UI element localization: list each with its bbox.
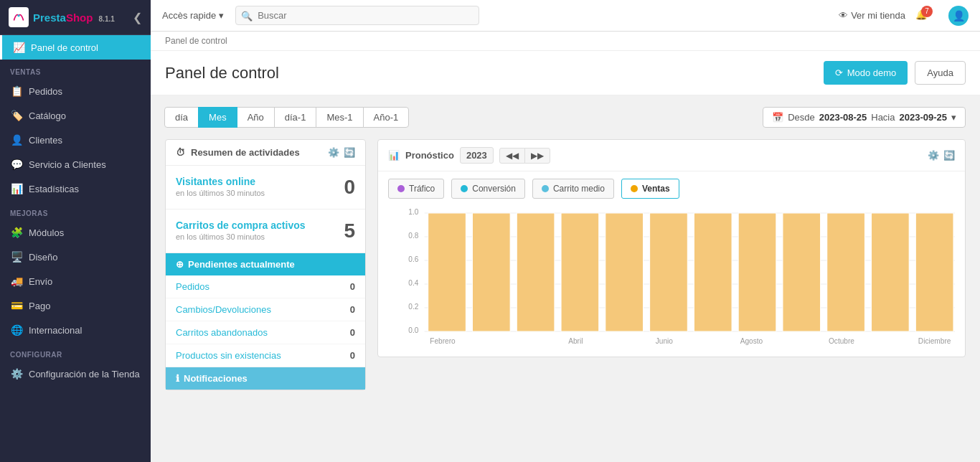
sidebar-item-modulos[interactable]: 🧩 Módulos [0, 220, 151, 245]
catalogo-icon: 🏷️ [10, 110, 23, 121]
forecast-title: Pronóstico [405, 150, 454, 161]
tab-conversion[interactable]: Conversión [451, 179, 525, 199]
filter-mes[interactable]: Mes [198, 107, 237, 128]
pending-item-pedidos: Pedidos 0 [166, 275, 365, 298]
pending-item-devoluciones: Cambios/Devoluciones 0 [166, 298, 365, 321]
config-icon: ⚙️ [10, 368, 23, 380]
y-label-4: 0.4 [408, 279, 418, 287]
bar-nov [872, 213, 910, 331]
pedidos-link[interactable]: Pedidos [176, 281, 209, 292]
y-label-2: 0.8 [408, 232, 418, 240]
diseno-icon: 🖥️ [10, 251, 23, 263]
sidebar-item-catalogo[interactable]: 🏷️ Catálogo [0, 103, 151, 128]
carts-count: 5 [344, 220, 355, 242]
bar-jun [650, 213, 688, 331]
page-title: Panel de control [165, 64, 279, 82]
filter-dia1[interactable]: día-1 [274, 107, 317, 128]
sidebar-item-label: Módulos [29, 227, 64, 238]
modulos-icon: 🧩 [10, 227, 23, 238]
sidebar-item-config-tienda[interactable]: ⚙️ Configuración de la Tienda [0, 362, 151, 386]
acces-rapide-label: Accès rapide [162, 10, 216, 21]
filter-ano1[interactable]: Año-1 [363, 107, 410, 128]
shopping-carts-row: Carritos de compra activos en los último… [176, 220, 355, 242]
search-input[interactable] [235, 6, 479, 25]
tab-traffic-label: Tráfico [409, 184, 435, 194]
sidebar-item-label: Estadísticas [29, 184, 79, 194]
acces-rapide-button[interactable]: Accès rapide ▾ [162, 10, 224, 21]
forecast-prev-button[interactable]: ◀◀ [499, 148, 525, 164]
svg-point-1 [17, 14, 19, 16]
tab-sales[interactable]: Ventas [621, 179, 679, 199]
visitors-label[interactable]: Visitantes online [176, 176, 265, 187]
bar-chart: 1.0 0.8 0.6 0.4 0.2 0.0 [388, 206, 955, 349]
date-to-value: 2023-09-25 [900, 112, 948, 123]
notif-badge: 7 [921, 6, 933, 17]
carts-label[interactable]: Carritos de compra activos [176, 220, 306, 231]
sidebar-item-envio[interactable]: 🚚 Envío [0, 269, 151, 293]
tab-sales-label: Ventas [642, 184, 670, 194]
sidebar-item-diseno[interactable]: 🖥️ Diseño [0, 245, 151, 269]
sidebar-item-clientes[interactable]: 👤 Clientes [0, 128, 151, 152]
y-label-6: 0.0 [408, 326, 418, 334]
bar-feb [472, 213, 510, 331]
chart-container: 1.0 0.8 0.6 0.4 0.2 0.0 [378, 199, 965, 357]
carts-info: Carritos de compra activos en los último… [176, 220, 306, 241]
filter-mes1[interactable]: Mes-1 [316, 107, 363, 128]
tab-cart[interactable]: Carrito medio [532, 179, 614, 199]
clock-icon: ⏱ [176, 147, 185, 158]
forecast-refresh-icon[interactable]: 🔄 [943, 150, 955, 161]
cart-dot [542, 185, 549, 192]
x-label-dic: Diciembre [918, 337, 951, 345]
sidebar-collapse-button[interactable]: ❮ [133, 11, 142, 24]
cards-row: ⏱ Resumen de actividades ⚙️ 🔄 Visitantes… [165, 139, 966, 390]
bar-may [606, 213, 644, 331]
bar-oct [827, 213, 865, 331]
existencias-link[interactable]: Productos sin existencias [176, 350, 281, 361]
filter-dia[interactable]: día [164, 107, 199, 128]
chevron-down-icon: ▾ [219, 10, 224, 21]
sidebar-item-label: Diseño [29, 252, 57, 263]
sidebar-item-pago[interactable]: 💳 Pago [0, 293, 151, 318]
date-range-picker[interactable]: 📅 Desde 2023-08-25 Hacia 2023-09-25 ▾ [763, 107, 966, 128]
sidebar-item-internacional[interactable]: 🌐 Internacional [0, 318, 151, 342]
forecast-tabs: Tráfico Conversión Carrito medio Ve [378, 171, 965, 199]
sidebar-item-estadisticas[interactable]: 📊 Estadísticas [0, 176, 151, 201]
sidebar-item-panel[interactable]: 📈 Panel de control [0, 35, 151, 60]
sidebar-item-servicio[interactable]: 💬 Servicio a Clientes [0, 152, 151, 176]
help-button[interactable]: Ayuda [915, 61, 966, 85]
bar-aug [738, 213, 776, 331]
carritos-link[interactable]: Carritos abandonados [176, 327, 268, 338]
bar-mar [517, 213, 555, 331]
refresh-icon[interactable]: 🔄 [344, 147, 355, 158]
x-label-ago: Agosto [740, 337, 763, 345]
pago-icon: 💳 [10, 300, 23, 311]
modo-demo-button[interactable]: ⟳ Modo demo [824, 61, 908, 85]
avatar[interactable]: 👤 [948, 6, 969, 26]
visitors-sublabel: en los últimos 30 minutos [176, 189, 265, 197]
breadcrumb-text: Panel de control [165, 36, 227, 46]
filter-ano[interactable]: Año [237, 107, 275, 128]
forecast-card: 📊 Pronóstico 2023 ◀◀ ▶▶ ⚙️ 🔄 [377, 139, 966, 357]
forecast-settings-icon[interactable]: ⚙️ [928, 150, 939, 161]
sidebar-item-pedidos[interactable]: 📋 Pedidos [0, 79, 151, 103]
sidebar-item-label: Pedidos [29, 86, 62, 97]
bar-dec [915, 213, 953, 331]
sidebar-item-label: Pago [29, 301, 50, 311]
devoluciones-link[interactable]: Cambios/Devoluciones [176, 304, 271, 315]
sidebar-item-label: Panel de control [31, 42, 98, 53]
tab-traffic[interactable]: Tráfico [388, 179, 444, 199]
notifications-button[interactable]: 🔔7 [915, 9, 938, 22]
sidebar-item-label: Catálogo [29, 110, 66, 121]
date-to-label: Hacia [871, 112, 895, 123]
forecast-next-button[interactable]: ▶▶ [524, 148, 550, 164]
notifications-section-header: ℹ Notificaciones [166, 367, 365, 390]
svg-point-0 [11, 9, 27, 25]
online-visitors-section: Visitantes online en los últimos 30 minu… [166, 166, 365, 209]
x-label-oct: Octubre [829, 337, 854, 345]
ver-tienda-link[interactable]: 👁 Ver mi tienda [839, 10, 905, 21]
settings-icon[interactable]: ⚙️ [328, 147, 339, 158]
pedidos-icon: 📋 [10, 85, 23, 97]
demo-icon: ⟳ [835, 67, 843, 78]
bar-jul [694, 213, 732, 331]
search-bar: 🔍 [235, 6, 479, 25]
